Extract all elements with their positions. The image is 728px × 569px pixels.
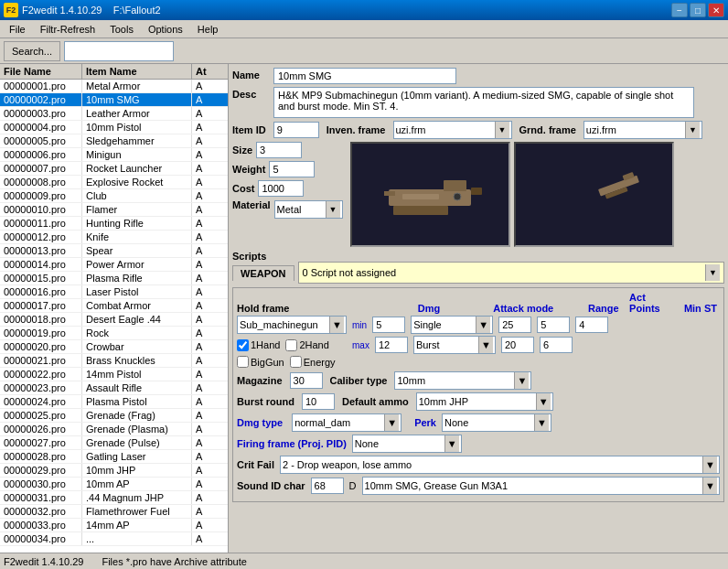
menu-options[interactable]: Options xyxy=(141,22,190,37)
list-item[interactable]: 00000011.pro Hunting Rifle A xyxy=(0,217,228,231)
default-ammo-dropdown[interactable]: 10mm JHP ▼ xyxy=(416,392,553,411)
cost-input[interactable] xyxy=(258,180,304,197)
menu-help[interactable]: Help xyxy=(190,22,226,37)
hold-frame-arrow[interactable]: ▼ xyxy=(329,317,344,333)
list-item[interactable]: 00000008.pro Explosive Rocket A xyxy=(0,176,228,189)
col-header-attr[interactable]: At xyxy=(192,64,228,79)
max-attack-mode-dropdown[interactable]: Burst ▼ xyxy=(413,336,496,354)
default-ammo-arrow[interactable]: ▼ xyxy=(536,393,551,410)
col-header-itemname[interactable]: Item Name xyxy=(82,64,192,79)
list-item[interactable]: 00000021.pro Brass Knuckles A xyxy=(0,354,228,368)
menu-tools[interactable]: Tools xyxy=(102,22,141,37)
dmg-type-dropdown[interactable]: normal_dam ▼ xyxy=(292,413,401,432)
material-dropdown[interactable]: Metal ▼ xyxy=(274,200,343,219)
list-item[interactable]: 00000013.pro Spear A xyxy=(0,244,228,258)
list-item[interactable]: 00000003.pro Leather Armor A xyxy=(0,107,228,121)
burst-round-input[interactable] xyxy=(302,393,335,410)
crit-fail-arrow[interactable]: ▼ xyxy=(702,456,717,473)
list-item[interactable]: 00000022.pro 14mm Pistol A xyxy=(0,368,228,381)
list-item[interactable]: 00000007.pro Rocket Launcher A xyxy=(0,162,228,176)
energy-checkbox-label[interactable]: Energy xyxy=(290,356,336,368)
list-item[interactable]: 00000019.pro Rock A xyxy=(0,327,228,340)
menu-filtr-refresh[interactable]: Filtr-Refresh xyxy=(33,22,103,37)
list-item[interactable]: 00000018.pro Desert Eagle .44 A xyxy=(0,313,228,327)
inven-frame-arrow[interactable]: ▼ xyxy=(495,122,509,138)
hand2-checkbox[interactable] xyxy=(285,339,297,351)
min-act-points-input[interactable] xyxy=(537,317,570,333)
file-list[interactable]: 00000001.pro Metal Armor A 00000002.pro … xyxy=(0,80,228,563)
min-range-input[interactable] xyxy=(498,317,531,333)
sound-id-input[interactable] xyxy=(311,478,344,494)
list-item[interactable]: 00000032.pro Flamethrower Fuel A xyxy=(0,505,228,519)
menu-file[interactable]: File xyxy=(2,22,33,37)
hand1-checkbox-label[interactable]: 1Hand xyxy=(237,339,280,351)
list-item[interactable]: 00000025.pro Grenade (Frag) A xyxy=(0,409,228,423)
list-item[interactable]: 00000002.pro 10mm SMG A xyxy=(0,93,228,107)
list-item[interactable]: 00000031.pro .44 Magnum JHP A xyxy=(0,491,228,505)
weight-input[interactable] xyxy=(269,161,315,177)
perk-arrow[interactable]: ▼ xyxy=(534,414,549,431)
caliber-type-dropdown[interactable]: 10mm ▼ xyxy=(394,371,531,390)
list-item[interactable]: 00000005.pro Sledgehammer A xyxy=(0,134,228,148)
list-item[interactable]: 00000015.pro Plasma Rifle A xyxy=(0,272,228,285)
caliber-type-arrow[interactable]: ▼ xyxy=(514,372,529,389)
minimize-button[interactable]: − xyxy=(671,3,688,17)
close-button[interactable]: ✕ xyxy=(708,3,724,17)
list-item[interactable]: 00000033.pro 14mm AP A xyxy=(0,519,228,532)
max-range-input[interactable] xyxy=(501,337,534,353)
magazine-input[interactable] xyxy=(290,372,323,389)
hand1-checkbox[interactable] xyxy=(237,339,249,351)
grnd-frame-dropdown[interactable]: uzi.frm ▼ xyxy=(583,121,702,139)
list-item[interactable]: 00000030.pro 10mm AP A xyxy=(0,478,228,491)
min-attack-arrow[interactable]: ▼ xyxy=(476,317,490,333)
list-item[interactable]: 00000023.pro Assault Rifle A xyxy=(0,381,228,395)
hold-frame-dropdown[interactable]: Sub_machinegun ▼ xyxy=(237,316,347,334)
list-item[interactable]: 00000016.pro Laser Pistol A xyxy=(0,285,228,299)
sound-name-dropdown[interactable]: 10mm SMG, Grease Gun M3A1 ▼ xyxy=(362,477,720,495)
col-header-filename[interactable]: File Name xyxy=(0,64,82,79)
search-button[interactable]: Search... xyxy=(4,41,60,61)
firing-frame-dropdown[interactable]: None ▼ xyxy=(352,435,462,453)
list-item[interactable]: 00000006.pro Minigun A xyxy=(0,148,228,162)
list-item[interactable]: 00000024.pro Plasma Pistol A xyxy=(0,395,228,409)
hand2-checkbox-label[interactable]: 2Hand xyxy=(285,339,328,351)
weapon-tab[interactable]: WEAPON xyxy=(232,265,294,281)
min-st-input[interactable] xyxy=(575,317,608,333)
list-item[interactable]: 00000029.pro 10mm JHP A xyxy=(0,464,228,478)
list-item[interactable]: 00000027.pro Grenade (Pulse) A xyxy=(0,436,228,450)
min-dmg-input[interactable] xyxy=(372,317,405,333)
item-id-input[interactable] xyxy=(273,122,319,138)
sound-name-arrow[interactable]: ▼ xyxy=(702,478,717,494)
list-item[interactable]: 00000009.pro Club A xyxy=(0,189,228,203)
bigun-checkbox-label[interactable]: BigGun xyxy=(237,356,284,368)
list-item[interactable]: 00000014.pro Power Armor A xyxy=(0,258,228,272)
burst-round-label: Burst round xyxy=(237,396,294,407)
material-arrow[interactable]: ▼ xyxy=(326,201,340,218)
scripts-dropdown-arrow[interactable]: ▼ xyxy=(705,264,720,281)
list-item[interactable]: 00000026.pro Grenade (Plasma) A xyxy=(0,423,228,436)
grnd-frame-arrow[interactable]: ▼ xyxy=(685,122,700,138)
max-attack-arrow[interactable]: ▼ xyxy=(478,337,493,353)
energy-checkbox[interactable] xyxy=(290,356,302,368)
list-item[interactable]: 00000020.pro Crowbar A xyxy=(0,340,228,354)
min-attack-mode-dropdown[interactable]: Single ▼ xyxy=(411,316,493,334)
list-item[interactable]: 00000004.pro 10mm Pistol A xyxy=(0,121,228,134)
search-input[interactable] xyxy=(64,41,174,61)
inven-frame-dropdown[interactable]: uzi.frm ▼ xyxy=(393,121,512,139)
list-item[interactable]: 00000001.pro Metal Armor A xyxy=(0,80,228,93)
list-item[interactable]: 00000017.pro Combat Armor A xyxy=(0,299,228,313)
size-input[interactable] xyxy=(256,142,302,158)
list-item[interactable]: 00000034.pro ... A xyxy=(0,532,228,546)
perk-dropdown[interactable]: None ▼ xyxy=(442,413,551,432)
bigun-checkbox[interactable] xyxy=(237,356,249,368)
firing-frame-arrow[interactable]: ▼ xyxy=(444,435,459,452)
dmg-type-arrow[interactable]: ▼ xyxy=(384,414,399,431)
list-item[interactable]: 00000028.pro Gatling Laser A xyxy=(0,450,228,464)
list-item[interactable]: 00000010.pro Flamer A xyxy=(0,203,228,217)
max-act-points-input[interactable] xyxy=(540,337,573,353)
list-item[interactable]: 00000012.pro Knife A xyxy=(0,231,228,244)
desc-value[interactable]: H&K MP9 Submachinegun (10mm variant). A … xyxy=(273,87,694,118)
crit-fail-dropdown[interactable]: 2 - Drop weapon, lose ammo ▼ xyxy=(280,456,720,474)
maximize-button[interactable]: □ xyxy=(690,3,706,17)
max-dmg-input[interactable] xyxy=(375,337,408,353)
